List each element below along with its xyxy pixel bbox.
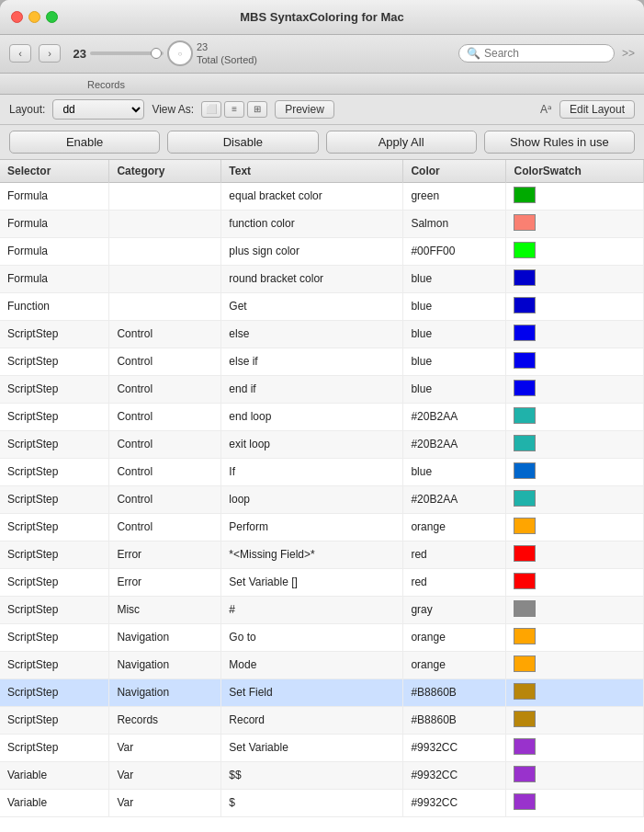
cell-category — [109, 265, 221, 292]
table-row[interactable]: ScriptStepControlelseblue — [0, 320, 644, 348]
layout-select[interactable]: dd — [52, 99, 144, 120]
view-table-button[interactable]: ⊞ — [247, 101, 267, 118]
cell-category: Var — [109, 789, 221, 816]
table-row[interactable]: VariableVar$#9932CC — [0, 789, 644, 816]
cell-swatch — [506, 430, 644, 458]
table-row[interactable]: ScriptStepControlPerformorange — [0, 513, 644, 541]
table-row[interactable]: Formulaplus sign color#00FF00 — [0, 237, 644, 265]
cell-swatch — [506, 403, 644, 430]
cell-swatch — [506, 568, 644, 596]
cell-category: Control — [109, 485, 221, 513]
table-row[interactable]: ScriptStepErrorSet Variable []red — [0, 568, 644, 596]
table-row[interactable]: VariableVar$$#9932CC — [0, 761, 644, 789]
cell-category: Control — [109, 430, 221, 458]
color-swatch — [514, 435, 536, 451]
table-row[interactable]: ScriptStepVarSet Variable#9932CC — [0, 734, 644, 761]
toolbar: ‹ › 23 ○ 23 Total (Sorted) 🔍 >> — [0, 35, 644, 74]
table-row[interactable]: ScriptStepMisc#gray — [0, 596, 644, 623]
cell-selector: ScriptStep — [0, 706, 109, 734]
cell-selector: ScriptStep — [0, 403, 109, 430]
table-row[interactable]: ScriptStepRecordsRecord#B8860B — [0, 706, 644, 734]
cell-color: #20B2AA — [403, 430, 506, 458]
cell-category: Error — [109, 568, 221, 596]
record-circle-icon: ○ — [178, 50, 183, 58]
table-row[interactable]: ScriptStepError*<Missing Field>*red — [0, 541, 644, 568]
cell-category: Error — [109, 541, 221, 568]
record-slider-thumb[interactable] — [151, 48, 162, 59]
cell-text: plus sign color — [221, 237, 403, 265]
edit-layout-button[interactable]: Edit Layout — [559, 100, 635, 119]
table-row[interactable]: Formulafunction colorSalmon — [0, 210, 644, 237]
preview-button[interactable]: Preview — [275, 100, 334, 119]
maximize-button[interactable] — [46, 11, 58, 23]
cell-selector: ScriptStep — [0, 485, 109, 513]
cell-color: Salmon — [403, 210, 506, 237]
cell-swatch — [506, 320, 644, 348]
cell-text: Set Variable [] — [221, 568, 403, 596]
table-row[interactable]: ScriptStepControlelse ifblue — [0, 348, 644, 375]
close-button[interactable] — [11, 11, 23, 23]
cell-color: blue — [403, 458, 506, 485]
color-swatch — [514, 711, 536, 727]
cell-text: Set Variable — [221, 734, 403, 761]
table-row[interactable]: ScriptStepNavigationModeorange — [0, 651, 644, 678]
cell-category: Var — [109, 734, 221, 761]
cell-color: blue — [403, 292, 506, 320]
cell-swatch — [506, 458, 644, 485]
cell-selector: ScriptStep — [0, 348, 109, 375]
table-row[interactable]: Formulaequal bracket colorgreen — [0, 182, 644, 210]
cell-selector: Variable — [0, 789, 109, 816]
cell-selector: Variable — [0, 761, 109, 789]
table-area[interactable]: Selector Category Text Color ColorSwatch… — [0, 160, 644, 832]
cell-text: Get — [221, 292, 403, 320]
cell-swatch — [506, 541, 644, 568]
cell-text: Perform — [221, 513, 403, 541]
table-row[interactable]: ScriptStepControlend loop#20B2AA — [0, 403, 644, 430]
table-row[interactable]: ScriptStepControlexit loop#20B2AA — [0, 430, 644, 458]
disable-button[interactable]: Disable — [167, 131, 318, 154]
apply-all-button[interactable]: Apply All — [326, 131, 477, 154]
view-list-button[interactable]: ≡ — [224, 101, 244, 118]
table-row[interactable]: ScriptStepControlloop#20B2AA — [0, 485, 644, 513]
cell-text: # — [221, 596, 403, 623]
color-swatch — [514, 187, 536, 203]
header-category: Category — [109, 160, 221, 183]
cell-swatch — [506, 237, 644, 265]
nav-forward-button[interactable]: › — [39, 44, 61, 63]
view-icons: ⬜ ≡ ⊞ — [201, 101, 267, 118]
cell-text: Set Field — [221, 678, 403, 706]
nav-back-button[interactable]: ‹ — [9, 44, 31, 63]
table-body: Formulaequal bracket colorgreenFormulafu… — [0, 182, 644, 816]
data-table: Selector Category Text Color ColorSwatch… — [0, 160, 644, 817]
records-label: Records — [87, 79, 125, 90]
cell-text: equal bracket color — [221, 182, 403, 210]
table-row[interactable]: ScriptStepNavigationGo toorange — [0, 623, 644, 651]
search-box[interactable]: 🔍 — [458, 44, 615, 63]
color-swatch — [514, 600, 536, 617]
show-rules-button[interactable]: Show Rules in use — [484, 131, 635, 154]
cell-color: blue — [403, 265, 506, 292]
record-slider-track[interactable] — [90, 51, 164, 55]
table-row[interactable]: ScriptStepControlIfblue — [0, 458, 644, 485]
cell-category: Control — [109, 375, 221, 403]
table-row[interactable]: Formularound bracket colorblue — [0, 265, 644, 292]
enable-button[interactable]: Enable — [9, 131, 160, 154]
layout-bar: Layout: dd View As: ⬜ ≡ ⊞ Preview Aᵃ Edi… — [0, 95, 644, 125]
view-form-button[interactable]: ⬜ — [201, 101, 221, 118]
table-row[interactable]: ScriptStepControlend ifblue — [0, 375, 644, 403]
search-input[interactable] — [484, 47, 606, 60]
minimize-button[interactable] — [28, 11, 40, 23]
header-color: Color — [403, 160, 506, 183]
cell-swatch — [506, 210, 644, 237]
table-row[interactable]: ScriptStepNavigationSet Field#B8860B — [0, 678, 644, 706]
record-total-container: 23 Total (Sorted) — [197, 40, 257, 67]
cell-selector: ScriptStep — [0, 430, 109, 458]
table-row[interactable]: FunctionGetblue — [0, 292, 644, 320]
cell-selector: ScriptStep — [0, 596, 109, 623]
color-swatch — [514, 352, 536, 369]
color-swatch — [514, 214, 536, 231]
cell-color: #20B2AA — [403, 485, 506, 513]
header-colorswatch: ColorSwatch — [506, 160, 644, 183]
cell-color: orange — [403, 651, 506, 678]
color-swatch — [514, 573, 536, 589]
